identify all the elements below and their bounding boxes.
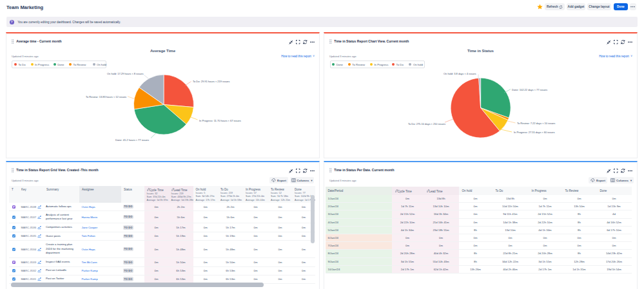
svg-text:In Progress: 11.70 hours ≈ 67: In Progress: 11.70 hours ≈ 67 issues (199, 119, 241, 122)
svg-text:On hold: 3.8 days ≈ 4 issues: On hold: 3.8 days ≈ 4 issues (444, 72, 476, 75)
svg-text:Done: 102.22 days ≈ 77 issues: Done: 102.22 days ≈ 77 issues (512, 88, 547, 91)
svg-text:Done: 41.2 hours ≈ 77 issues: Done: 41.2 hours ≈ 77 issues (115, 138, 149, 142)
svg-text:To Review: 7.22 days ≈ 10 issu: To Review: 7.22 days ≈ 10 issues (517, 122, 555, 125)
svg-text:In Progress: 27.55 days ≈ 60 i: In Progress: 27.55 days ≈ 60 issues (514, 131, 555, 134)
svg-text:To Do: 29.91 hours ≈ 219 issue: To Do: 29.91 hours ≈ 219 issues (193, 80, 229, 83)
svg-text:On hold: 17.29 hours ≈ 8 issue: On hold: 17.29 hours ≈ 8 issues (107, 72, 143, 75)
svg-text:To Do: 275.10 days ≈ 210 issue: To Do: 275.10 days ≈ 210 issues (408, 122, 445, 126)
svg-text:To Review: 13.83 hours ≈ 12 is: To Review: 13.83 hours ≈ 12 issues (86, 95, 126, 98)
